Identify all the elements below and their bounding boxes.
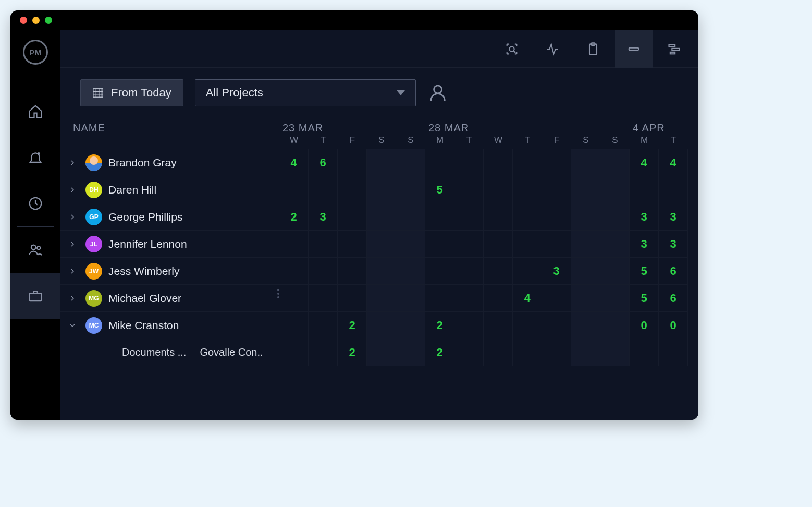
nav-home[interactable] [10,89,60,135]
expand-toggle[interactable] [66,240,79,248]
workload-cell[interactable] [309,231,338,258]
workload-cell[interactable] [542,203,571,231]
workload-cell[interactable] [396,231,425,258]
workload-cell[interactable] [542,176,571,203]
workload-cell[interactable]: 2 [338,312,367,339]
workload-cell[interactable] [542,312,571,339]
workload-cell[interactable] [396,312,425,339]
workload-cell[interactable] [484,149,513,176]
expand-toggle[interactable] [66,159,79,167]
workload-cell[interactable]: 0 [659,312,688,339]
workload-cell[interactable]: 3 [630,203,659,231]
workload-cell[interactable] [600,258,630,285]
workload-cell[interactable] [600,203,630,231]
workload-cell[interactable] [454,258,484,285]
workload-cell[interactable] [600,339,630,366]
workload-cell[interactable] [279,258,309,285]
workload-cell[interactable] [600,231,630,258]
window-close-dot[interactable] [20,17,27,24]
workload-cell[interactable]: 5 [630,285,659,312]
workload-cell[interactable] [484,339,513,366]
workload-cell[interactable] [396,176,425,203]
workload-cell[interactable] [279,312,309,339]
nav-notifications[interactable] [10,135,60,180]
from-today-button[interactable]: From Today [80,79,183,106]
workload-cell[interactable] [571,312,600,339]
workload-cell[interactable] [542,339,571,366]
workload-cell[interactable] [396,203,425,231]
workload-cell[interactable]: 2 [279,203,309,231]
workload-cell[interactable] [571,231,600,258]
workload-cell[interactable] [425,258,454,285]
workload-cell[interactable]: 4 [659,149,688,176]
workload-cell[interactable] [367,339,396,366]
workload-cell[interactable] [454,231,484,258]
workload-cell[interactable] [513,203,542,231]
view-zoom[interactable] [493,30,531,68]
workload-cell[interactable] [571,176,600,203]
workload-cell[interactable] [425,149,454,176]
view-clipboard[interactable] [574,30,612,68]
workload-cell[interactable] [279,176,309,203]
workload-cell[interactable] [367,176,396,203]
workload-cell[interactable] [542,231,571,258]
workload-cell[interactable] [484,203,513,231]
column-resize-handle[interactable] [277,289,279,298]
workload-cell[interactable] [484,312,513,339]
workload-cell[interactable] [338,149,367,176]
workload-cell[interactable] [454,149,484,176]
workload-cell[interactable]: 4 [279,149,309,176]
workload-cell[interactable] [367,203,396,231]
workload-cell[interactable]: 3 [630,231,659,258]
nav-recent[interactable] [10,180,60,226]
workload-cell[interactable] [425,203,454,231]
workload-cell[interactable] [484,176,513,203]
workload-cell[interactable] [484,231,513,258]
workload-cell[interactable] [454,339,484,366]
expand-toggle[interactable] [66,294,79,303]
workload-cell[interactable]: 5 [630,258,659,285]
workload-cell[interactable] [454,285,484,312]
workload-cell[interactable]: 3 [659,203,688,231]
workload-cell[interactable] [600,149,630,176]
workload-cell[interactable]: 4 [513,285,542,312]
workload-cell[interactable] [571,339,600,366]
project-select[interactable]: All Projects [195,79,416,106]
workload-cell[interactable] [454,176,484,203]
workload-cell[interactable] [309,285,338,312]
workload-cell[interactable] [367,285,396,312]
workload-cell[interactable]: 5 [425,176,454,203]
workload-cell[interactable] [338,231,367,258]
workload-cell[interactable] [338,176,367,203]
view-gantt[interactable] [656,30,693,68]
workload-cell[interactable] [630,339,659,366]
workload-cell[interactable] [571,285,600,312]
workload-cell[interactable] [513,312,542,339]
expand-toggle[interactable] [66,267,79,275]
workload-cell[interactable] [571,203,600,231]
workload-cell[interactable] [279,285,309,312]
workload-cell[interactable] [600,285,630,312]
workload-cell[interactable] [513,231,542,258]
workload-cell[interactable] [425,285,454,312]
workload-cell[interactable] [600,312,630,339]
workload-cell[interactable] [309,339,338,366]
workload-cell[interactable] [338,203,367,231]
workload-cell[interactable] [425,231,454,258]
window-maximize-dot[interactable] [45,17,52,24]
workload-cell[interactable] [338,285,367,312]
workload-cell[interactable] [454,203,484,231]
workload-cell[interactable]: 0 [630,312,659,339]
expand-toggle[interactable] [66,321,79,330]
workload-cell[interactable] [513,176,542,203]
workload-cell[interactable] [367,258,396,285]
workload-cell[interactable] [396,149,425,176]
nav-workload[interactable] [10,273,60,319]
workload-cell[interactable] [513,339,542,366]
window-minimize-dot[interactable] [32,17,40,24]
workload-cell[interactable]: 2 [338,339,367,366]
workload-cell[interactable] [484,285,513,312]
workload-cell[interactable]: 2 [425,312,454,339]
workload-cell[interactable] [367,312,396,339]
workload-cell[interactable]: 3 [542,258,571,285]
